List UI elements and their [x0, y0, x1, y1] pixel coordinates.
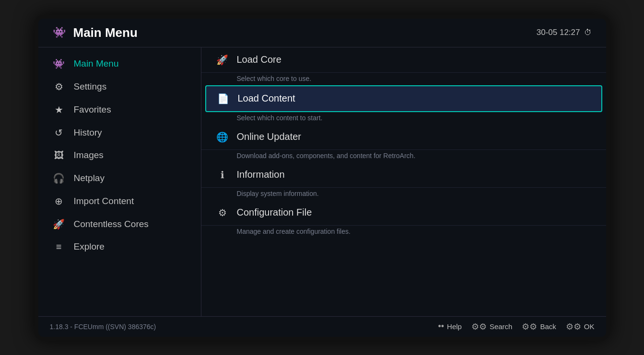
sidebar-item-main-menu[interactable]: 👾 Main Menu [38, 52, 201, 75]
online-updater-icon: 🌐 [216, 131, 229, 143]
ok-label: OK [584, 322, 595, 331]
sidebar-item-netplay[interactable]: 🎧 Netplay [38, 167, 201, 190]
ok-icon: ⚙⚙ [566, 321, 581, 332]
history-icon: ↺ [53, 127, 65, 138]
online-updater-desc: Download add-ons, components, and conten… [201, 150, 606, 162]
load-content-title: Load Content [238, 93, 295, 104]
online-updater-title: Online Updater [237, 131, 302, 142]
load-core-desc: Select which core to use. [201, 73, 606, 85]
sidebar-item-label: Images [74, 150, 104, 160]
footer: 1.18.3 - FCEUmm ((SVN) 386376c) •• Help … [38, 316, 606, 337]
import-content-icon: ⊕ [53, 195, 65, 207]
main-menu-icon: 👾 [53, 58, 65, 69]
back-button[interactable]: ⚙⚙ Back [522, 321, 556, 332]
help-label: Help [447, 322, 462, 331]
footer-controls: •• Help ⚙⚙ Search ⚙⚙ Back ⚙⚙ OK [438, 321, 594, 332]
load-core-title: Load Core [237, 54, 281, 65]
menu-item-configuration-file[interactable]: ⚙ Configuration File [201, 200, 606, 226]
sidebar-item-label: History [74, 127, 102, 138]
favorites-icon: ★ [53, 104, 65, 115]
sidebar-item-import-content[interactable]: ⊕ Import Content [38, 190, 201, 213]
sidebar-item-label: Main Menu [74, 58, 119, 69]
back-label: Back [540, 322, 556, 331]
sidebar-item-contentless-cores[interactable]: 🚀 Contentless Cores [38, 213, 201, 236]
sidebar-item-history[interactable]: ↺ History [38, 121, 201, 144]
settings-icon: ⚙ [53, 81, 65, 92]
search-icon: ⚙⚙ [471, 321, 487, 332]
sidebar-item-favorites[interactable]: ★ Favorites [38, 98, 201, 121]
configuration-file-title: Configuration File [237, 207, 312, 218]
sidebar-item-label: Explore [74, 241, 105, 252]
search-label: Search [490, 322, 513, 331]
ok-button[interactable]: ⚙⚙ OK [566, 321, 595, 332]
load-core-icon: 🚀 [216, 54, 229, 66]
content-area: 🚀 Load Core Select which core to use. 📄 … [201, 47, 606, 316]
header: 👾 Main Menu 30-05 12:27 ⏱ [38, 19, 606, 47]
menu-item-online-updater[interactable]: 🌐 Online Updater [201, 125, 606, 150]
information-desc: Display system information. [201, 188, 606, 200]
header-left: 👾 Main Menu [53, 25, 138, 40]
load-content-desc: Select which content to start. [201, 112, 606, 125]
retroarch-logo-icon: 👾 [53, 26, 66, 39]
information-title: Information [237, 169, 285, 180]
sidebar: 👾 Main Menu ⚙ Settings ★ Favorites ↺ His… [38, 47, 201, 316]
menu-item-information[interactable]: ℹ Information [201, 162, 606, 188]
sidebar-item-explore[interactable]: ≡ Explore [38, 236, 201, 258]
main-body: 👾 Main Menu ⚙ Settings ★ Favorites ↺ His… [38, 47, 606, 316]
header-datetime: 30-05 12:27 ⏱ [537, 28, 592, 37]
images-icon: 🖼 [53, 150, 65, 161]
page-title: Main Menu [73, 25, 138, 40]
version-text: 1.18.3 - FCEUmm ((SVN) 386376c) [50, 323, 156, 331]
search-button[interactable]: ⚙⚙ Search [471, 321, 513, 332]
menu-item-load-content[interactable]: 📄 Load Content [205, 85, 602, 112]
explore-icon: ≡ [53, 241, 65, 252]
sidebar-item-label: Settings [74, 81, 107, 92]
help-button[interactable]: •• Help [438, 321, 461, 332]
netplay-icon: 🎧 [53, 172, 65, 184]
sidebar-item-label: Favorites [74, 104, 111, 115]
clock-icon: ⏱ [584, 28, 592, 37]
load-content-icon: 📄 [217, 93, 230, 104]
sidebar-item-label: Import Content [74, 196, 134, 206]
contentless-cores-icon: 🚀 [53, 218, 65, 230]
sidebar-item-label: Netplay [74, 173, 105, 183]
sidebar-item-label: Contentless Cores [74, 219, 149, 229]
configuration-file-icon: ⚙ [216, 207, 229, 218]
help-icon: •• [438, 321, 444, 332]
back-icon: ⚙⚙ [522, 321, 537, 332]
menu-item-load-core[interactable]: 🚀 Load Core [201, 47, 606, 73]
configuration-file-desc: Manage and create configuration files. [201, 226, 606, 238]
information-icon: ℹ [216, 169, 229, 181]
sidebar-item-images[interactable]: 🖼 Images [38, 144, 201, 167]
sidebar-item-settings[interactable]: ⚙ Settings [38, 75, 201, 98]
tv-screen: 👾 Main Menu 30-05 12:27 ⏱ 👾 Main Menu ⚙ … [35, 15, 610, 341]
datetime-text: 30-05 12:27 [537, 28, 580, 37]
